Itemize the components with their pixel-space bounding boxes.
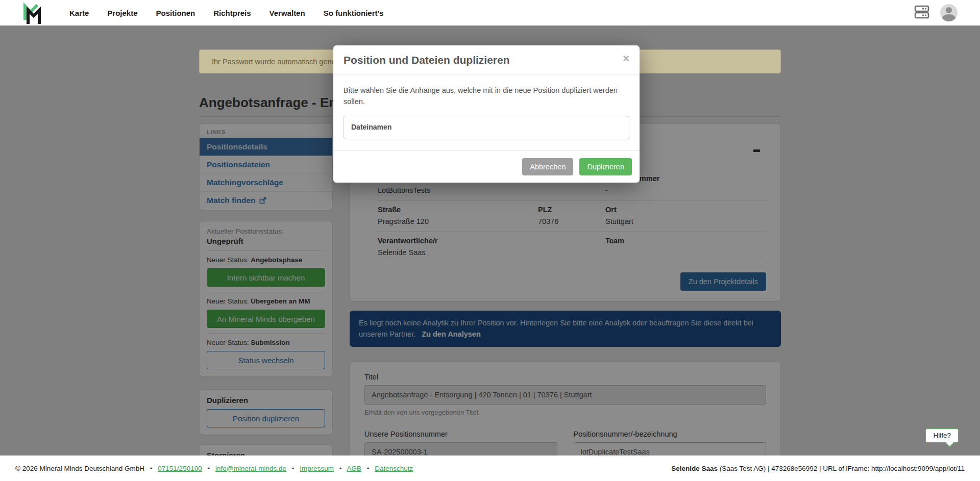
modal-footer: Abbrechen Duplizieren <box>333 150 640 183</box>
footer-datenschutz-link[interactable]: Datenschutz <box>375 465 413 472</box>
footer-right: Selenide Saas (Saas Test AG) | 473268e56… <box>671 465 965 472</box>
footer-left: © 2026 Mineral Minds Deutschland GmbH • … <box>15 465 413 472</box>
server-icon[interactable] <box>914 4 930 21</box>
nav-item-richtpreis[interactable]: Richtpreis <box>213 9 251 17</box>
main-nav: Karte Projekte Positionen Richtpreis Ver… <box>69 9 383 17</box>
navbar-right <box>914 4 980 21</box>
close-icon[interactable]: × <box>623 54 629 63</box>
modal-title: Position und Dateien duplizieren <box>344 54 510 66</box>
copyright-text: © 2026 Mineral Minds Deutschland GmbH <box>15 465 144 472</box>
dateinamen-select[interactable]: Dateinamen <box>344 116 629 139</box>
footer-email-link[interactable]: info@mineral-minds.de <box>215 465 286 472</box>
footer-separator: • <box>339 465 342 472</box>
footer-impressum-link[interactable]: Impressum <box>300 465 334 472</box>
footer-separator: • <box>367 465 370 472</box>
abbrechen-button[interactable]: Abbrechen <box>522 158 573 175</box>
modal-body-text: Bitte wählen Sie die Anhänge aus, welche… <box>344 86 618 106</box>
nav-item-verwalten[interactable]: Verwalten <box>270 9 305 17</box>
footer-agb-link[interactable]: AGB <box>347 465 362 472</box>
footer-separator: • <box>207 465 210 472</box>
footer-separator: • <box>292 465 295 472</box>
mineral-minds-logo-icon[interactable] <box>20 2 43 24</box>
top-navbar: Karte Projekte Positionen Richtpreis Ver… <box>0 0 980 26</box>
nav-item-so-funktionierts[interactable]: So funktioniert's <box>324 9 384 17</box>
nav-item-karte[interactable]: Karte <box>69 9 89 17</box>
footer-phone-link[interactable]: 07151/250100 <box>158 465 202 472</box>
user-avatar-icon[interactable] <box>940 4 958 21</box>
modal-body: Bitte wählen Sie die Anhänge aus, welche… <box>333 74 640 150</box>
avatar-shoulders <box>942 14 955 21</box>
footer-separator: • <box>150 465 153 472</box>
nav-item-projekte[interactable]: Projekte <box>107 9 137 17</box>
duplizieren-button[interactable]: Duplizieren <box>579 158 632 175</box>
page-footer: © 2026 Mineral Minds Deutschland GmbH • … <box>0 455 980 481</box>
duplicate-position-modal: Position und Dateien duplizieren × Bitte… <box>333 45 640 183</box>
footer-user-name: Selenide Saas <box>671 465 718 472</box>
password-warning-text: Ihr Passwort wurde automatisch generie <box>212 58 344 66</box>
nav-item-positionen[interactable]: Positionen <box>156 9 195 17</box>
avatar-head <box>946 7 952 13</box>
footer-session-info: (Saas Test AG) | 473268e56992 | URL of i… <box>718 465 965 472</box>
modal-header: Position und Dateien duplizieren × <box>333 45 640 74</box>
hilfe-button[interactable]: Hilfe? <box>925 428 959 443</box>
